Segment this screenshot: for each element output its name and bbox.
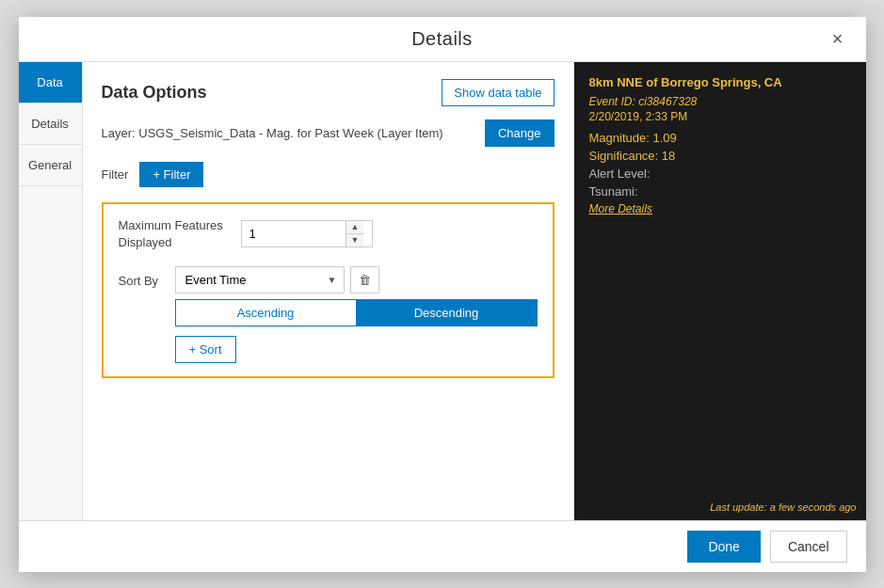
sort-select-wrap: Event Time ▼ bbox=[175, 266, 345, 294]
sort-controls: Event Time ▼ 🗑 Ascending Desce bbox=[175, 266, 538, 363]
modal-overlay: Details × Data Details General Data O bbox=[0, 0, 884, 588]
ascending-button[interactable]: Ascending bbox=[175, 299, 356, 326]
event-tsunami: Tsunami: bbox=[589, 184, 851, 199]
done-button[interactable]: Done bbox=[687, 531, 760, 563]
max-features-row: Maximum Features Displayed ▲ ▼ bbox=[119, 217, 538, 251]
modal-title: Details bbox=[411, 28, 473, 50]
max-features-input[interactable] bbox=[242, 222, 346, 246]
sidebar: Data Details General bbox=[19, 62, 83, 520]
show-data-table-button[interactable]: Show data table bbox=[442, 79, 554, 106]
sort-field-select[interactable]: Event Time bbox=[175, 266, 345, 294]
modal-footer: Done Cancel bbox=[19, 520, 866, 572]
event-magnitude: Magnitude: 1.09 bbox=[589, 131, 851, 145]
last-update: Last update: a few seconds ago bbox=[710, 501, 856, 513]
modal-body: Data Details General Data Options Show d… bbox=[19, 62, 866, 520]
add-sort-button[interactable]: + Sort bbox=[175, 336, 236, 363]
layer-label: Layer: USGS_Seismic_Data - Mag. for Past… bbox=[102, 126, 474, 140]
main-content: Data Options Show data table Layer: USGS… bbox=[83, 62, 574, 520]
event-date: 2/20/2019, 2:33 PM bbox=[589, 110, 851, 123]
filter-label: Filter bbox=[102, 167, 129, 182]
modal: Details × Data Details General Data O bbox=[19, 17, 866, 572]
main-header: Data Options Show data table bbox=[102, 79, 555, 106]
page-title: Data Options bbox=[102, 83, 207, 103]
sort-by-row: Sort By Event Time ▼ 🗑 bbox=[119, 266, 538, 363]
event-significance: Significance: 18 bbox=[589, 149, 851, 163]
trash-icon: 🗑 bbox=[359, 273, 371, 287]
options-box: Maximum Features Displayed ▲ ▼ Sort By bbox=[102, 202, 555, 378]
max-features-label: Maximum Features Displayed bbox=[119, 217, 241, 251]
sidebar-item-general[interactable]: General bbox=[19, 145, 82, 186]
event-location: 8km NNE of Borrego Springs, CA bbox=[589, 75, 851, 89]
right-panel: 8km NNE of Borrego Springs, CA Event ID:… bbox=[574, 62, 866, 520]
layer-info: Layer: USGS_Seismic_Data - Mag. for Past… bbox=[102, 119, 555, 147]
sidebar-item-data[interactable]: Data bbox=[19, 62, 82, 103]
sort-by-label: Sort By bbox=[119, 266, 175, 288]
descending-button[interactable]: Descending bbox=[356, 299, 538, 326]
sidebar-item-details[interactable]: Details bbox=[19, 103, 82, 145]
more-details-link[interactable]: More Details bbox=[589, 202, 851, 215]
event-alert-level: Alert Level: bbox=[589, 167, 851, 181]
spinner-down-button[interactable]: ▼ bbox=[346, 234, 364, 246]
filter-row: Filter + Filter bbox=[102, 162, 555, 187]
sort-order-row: Ascending Descending bbox=[175, 299, 538, 326]
cancel-button[interactable]: Cancel bbox=[770, 531, 847, 563]
add-filter-button[interactable]: + Filter bbox=[139, 162, 203, 187]
close-button[interactable]: × bbox=[825, 25, 851, 52]
modal-header: Details × bbox=[19, 17, 866, 62]
sort-field-row: Event Time ▼ 🗑 bbox=[175, 266, 538, 294]
change-button[interactable]: Change bbox=[485, 119, 555, 147]
spinner-up-button[interactable]: ▲ bbox=[346, 221, 364, 234]
max-features-spinner: ▲ ▼ bbox=[241, 220, 373, 247]
spinner-buttons: ▲ ▼ bbox=[346, 221, 364, 246]
event-id: Event ID: ci38467328 bbox=[589, 95, 851, 108]
delete-sort-button[interactable]: 🗑 bbox=[350, 266, 379, 294]
